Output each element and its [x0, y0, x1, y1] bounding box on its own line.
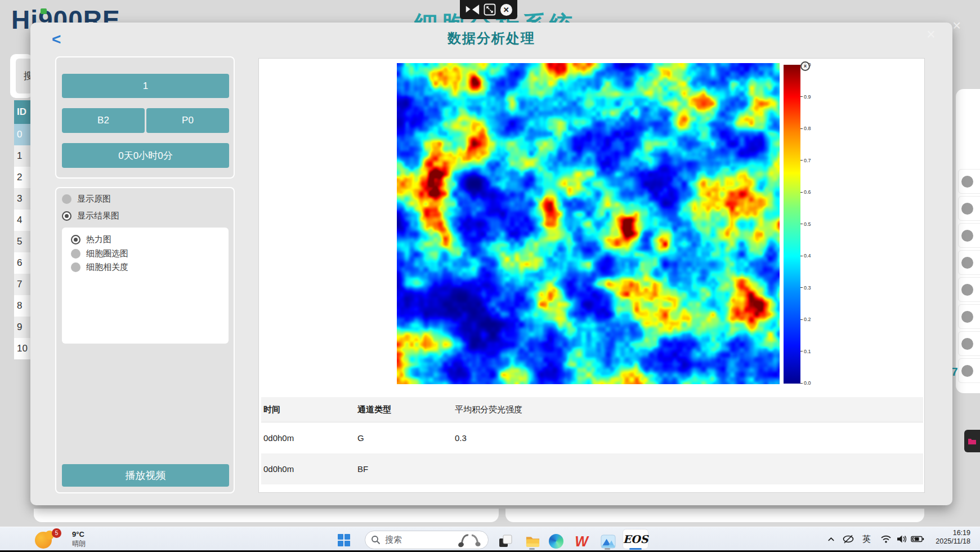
radio-show-original[interactable]: 显示原图 — [62, 194, 111, 204]
background-circle-button — [961, 338, 973, 350]
viewer-panel: 1.00.90.80.70.60.50.40.30.20.10.0 × 时间 通… — [258, 58, 925, 493]
background-circle-button — [961, 365, 973, 377]
selection-card: 1 B2 P0 0天0小时0分 — [55, 56, 235, 179]
search-icon — [371, 535, 381, 545]
colorbar-tick: 0.2 — [800, 317, 811, 322]
wifi-icon[interactable] — [880, 527, 892, 551]
logo-green-dot-icon — [41, 8, 47, 14]
radio-icon[interactable] — [71, 262, 80, 272]
table-row: 0d0h0m BF — [261, 453, 923, 484]
close-icon[interactable]: ✕ — [500, 4, 512, 16]
tray-chevron-icon[interactable] — [826, 527, 836, 551]
background-circle-button — [961, 284, 973, 296]
eye-off-icon[interactable] — [842, 527, 854, 551]
radio-heatmap[interactable]: 热力图 — [71, 234, 111, 245]
colorbar-tick: 0.5 — [800, 221, 811, 227]
radio-label: 显示结果图 — [77, 211, 119, 221]
colorbar-tick: 0.4 — [800, 253, 811, 259]
wps-office-icon[interactable]: W — [574, 533, 589, 549]
active-app-indicator — [629, 548, 642, 550]
fullscreen-icon[interactable] — [483, 3, 496, 16]
display-options-card: 显示原图 显示结果图 热力图 细胞圈选图 细胞相关度 — [55, 187, 235, 493]
background-window-close-icon[interactable]: × — [952, 17, 961, 34]
colorbar-tick: 0.7 — [800, 158, 811, 163]
photos-app-icon[interactable] — [600, 533, 616, 549]
radio-show-result[interactable]: 显示结果图 — [62, 211, 119, 221]
colorbar-tick: 0.3 — [800, 285, 811, 291]
colorbar-tick: 0.0 — [800, 380, 811, 386]
background-list-cell — [958, 277, 980, 302]
headphones-image — [457, 532, 482, 548]
background-right-panel — [956, 89, 980, 393]
radio-icon[interactable] — [71, 235, 80, 244]
colorbar-ticks: 1.00.90.80.70.60.50.40.30.20.10.0 — [800, 65, 823, 384]
start-button[interactable] — [338, 534, 350, 546]
colorbar-tick: 0.1 — [800, 349, 811, 354]
cast-icon[interactable] — [465, 2, 480, 17]
weather-temperature[interactable]: 9°C — [72, 530, 84, 538]
tray-date: 2025/11/18 — [929, 537, 970, 546]
overlay-capture-toolbar: ✕ — [460, 0, 517, 19]
background-circle-button — [961, 257, 973, 269]
dialog-title: 数据分析处理 — [30, 29, 952, 47]
result-table-header: 时间 通道类型 平均积分荧光强度 — [261, 397, 923, 422]
radio-label: 细胞相关度 — [86, 262, 128, 273]
ime-indicator[interactable]: 英 — [862, 527, 871, 551]
background-list-cell — [958, 304, 980, 329]
dialog-close-icon[interactable]: × — [927, 26, 936, 43]
well-button[interactable]: 1 — [62, 74, 229, 98]
background-list-cell — [958, 250, 980, 275]
result-type-box: 热力图 细胞圈选图 细胞相关度 — [62, 228, 229, 344]
colorbar-tick: 0.8 — [800, 126, 811, 131]
background-list-cell — [958, 169, 980, 194]
position-button[interactable]: P0 — [146, 108, 229, 133]
radio-icon[interactable] — [62, 211, 71, 221]
viewer-close-icon[interactable]: × — [800, 61, 810, 71]
data-analysis-dialog: < 数据分析处理 × 1 B2 P0 0天0小时0分 显示原图 显示结果图 热力… — [30, 23, 952, 505]
play-video-button[interactable]: 播放视频 — [62, 464, 229, 487]
battery-icon[interactable] — [911, 527, 924, 551]
radio-icon[interactable] — [71, 249, 80, 259]
radio-cell-outline[interactable]: 细胞圈选图 — [71, 248, 128, 259]
background-circle-button — [961, 203, 973, 215]
cell-channel: BF — [355, 464, 453, 474]
background-panel-bottom-right — [505, 509, 924, 522]
header-time: 时间 — [261, 404, 355, 415]
colorbar-tick: 0.6 — [800, 189, 811, 195]
edge-browser-icon[interactable] — [548, 533, 564, 549]
radio-icon[interactable] — [62, 194, 71, 204]
background-list-cell — [958, 331, 980, 356]
floating-folder-widget[interactable] — [964, 430, 980, 452]
background-list-cell — [958, 358, 980, 383]
tray-time: 16:19 — [929, 529, 970, 537]
search-box[interactable]: 搜索 — [365, 531, 489, 549]
task-view-icon[interactable] — [498, 533, 513, 549]
screen: Hi900RE 细胞分析系统 × 搜 ID 012345678910 7 ✕ <… — [0, 0, 980, 552]
colorbar-tick: 0.9 — [800, 94, 811, 100]
file-explorer-icon[interactable] — [525, 533, 540, 549]
weather-badge: 5 — [52, 528, 61, 538]
time-button[interactable]: 0天0小时0分 — [62, 143, 229, 168]
background-list-cell — [958, 223, 980, 248]
radio-cell-correlation[interactable]: 细胞相关度 — [71, 262, 128, 273]
weather-condition: 晴朗 — [72, 539, 86, 549]
row-button[interactable]: B2 — [62, 108, 145, 133]
radio-label: 热力图 — [86, 234, 111, 245]
volume-icon[interactable] — [896, 527, 907, 551]
background-circle-button — [961, 176, 973, 188]
taskbar: 5 9°C 晴朗 搜索 — [0, 527, 980, 552]
heatmap-image — [397, 63, 780, 384]
background-panel-bottom-left — [34, 509, 499, 522]
header-channel: 通道类型 — [355, 404, 453, 415]
cell-time: 0d0h0m — [261, 433, 355, 443]
background-circle-button — [961, 230, 973, 242]
background-list-cell — [958, 196, 980, 221]
radio-label: 显示原图 — [77, 194, 111, 204]
clock[interactable]: 16:19 2025/11/18 — [929, 529, 970, 546]
header-intensity: 平均积分荧光强度 — [453, 404, 923, 415]
radio-label: 细胞圈选图 — [86, 248, 128, 259]
search-placeholder: 搜索 — [385, 535, 452, 545]
cell-intensity: 0.3 — [453, 433, 923, 443]
pink-folder-icon — [968, 438, 977, 445]
eos-app-icon[interactable]: EOS — [623, 529, 648, 549]
